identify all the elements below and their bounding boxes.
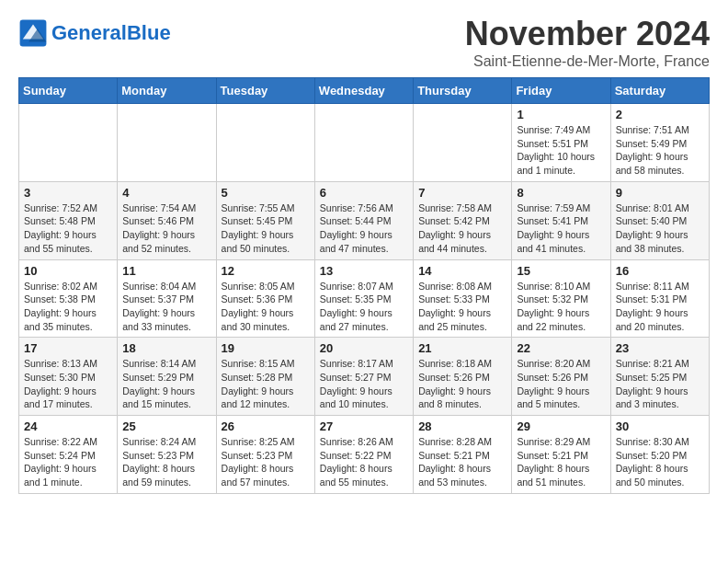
day-info: Sunrise: 8:08 AM Sunset: 5:33 PM Dayligh… xyxy=(418,280,506,334)
day-info: Sunrise: 8:11 AM Sunset: 5:31 PM Dayligh… xyxy=(616,280,704,334)
calendar-cell xyxy=(19,104,118,182)
calendar-cell: 9Sunrise: 8:01 AM Sunset: 5:40 PM Daylig… xyxy=(610,181,709,259)
day-info: Sunrise: 8:24 AM Sunset: 5:23 PM Dayligh… xyxy=(122,435,210,489)
day-number: 15 xyxy=(517,264,605,278)
day-info: Sunrise: 8:14 AM Sunset: 5:29 PM Dayligh… xyxy=(122,357,210,411)
day-info: Sunrise: 8:22 AM Sunset: 5:24 PM Dayligh… xyxy=(24,435,112,489)
calendar-cell: 21Sunrise: 8:18 AM Sunset: 5:26 PM Dayli… xyxy=(414,338,512,416)
calendar-cell: 22Sunrise: 8:20 AM Sunset: 5:26 PM Dayli… xyxy=(512,338,610,416)
weekday-header-row: Sunday Monday Tuesday Wednesday Thursday… xyxy=(19,78,710,104)
day-info: Sunrise: 8:13 AM Sunset: 5:30 PM Dayligh… xyxy=(24,357,112,411)
calendar-cell: 27Sunrise: 8:26 AM Sunset: 5:22 PM Dayli… xyxy=(314,416,413,494)
calendar-cell xyxy=(414,104,512,182)
calendar-cell: 2Sunrise: 7:51 AM Sunset: 5:49 PM Daylig… xyxy=(610,104,709,182)
calendar-cell: 15Sunrise: 8:10 AM Sunset: 5:32 PM Dayli… xyxy=(512,259,610,338)
calendar-cell: 1Sunrise: 7:49 AM Sunset: 5:51 PM Daylig… xyxy=(512,104,610,182)
day-info: Sunrise: 7:52 AM Sunset: 5:48 PM Dayligh… xyxy=(24,201,112,256)
day-info: Sunrise: 8:18 AM Sunset: 5:26 PM Dayligh… xyxy=(418,357,506,411)
day-info: Sunrise: 8:29 AM Sunset: 5:21 PM Dayligh… xyxy=(517,435,605,489)
calendar-cell: 16Sunrise: 8:11 AM Sunset: 5:31 PM Dayli… xyxy=(610,259,709,338)
logo-general: General xyxy=(51,21,127,44)
day-info: Sunrise: 8:28 AM Sunset: 5:21 PM Dayligh… xyxy=(418,435,506,489)
day-number: 24 xyxy=(24,419,112,433)
day-number: 30 xyxy=(616,419,704,433)
day-number: 5 xyxy=(222,186,310,200)
calendar-cell: 28Sunrise: 8:28 AM Sunset: 5:21 PM Dayli… xyxy=(414,416,512,494)
day-number: 19 xyxy=(222,341,310,355)
day-number: 4 xyxy=(122,186,210,200)
day-number: 17 xyxy=(24,341,112,355)
day-number: 6 xyxy=(320,186,408,200)
calendar-cell: 8Sunrise: 7:59 AM Sunset: 5:41 PM Daylig… xyxy=(512,181,610,259)
col-saturday: Saturday xyxy=(610,78,709,104)
calendar-cell xyxy=(118,104,216,182)
calendar-cell: 19Sunrise: 8:15 AM Sunset: 5:28 PM Dayli… xyxy=(216,338,314,416)
day-info: Sunrise: 8:04 AM Sunset: 5:37 PM Dayligh… xyxy=(122,280,210,334)
logo-icon xyxy=(18,18,48,48)
col-sunday: Sunday xyxy=(19,78,118,104)
day-number: 16 xyxy=(616,264,704,278)
day-info: Sunrise: 7:59 AM Sunset: 5:41 PM Dayligh… xyxy=(517,201,605,256)
day-info: Sunrise: 7:58 AM Sunset: 5:42 PM Dayligh… xyxy=(418,201,506,256)
day-number: 11 xyxy=(122,264,210,278)
day-number: 13 xyxy=(320,264,408,278)
calendar-cell: 29Sunrise: 8:29 AM Sunset: 5:21 PM Dayli… xyxy=(512,416,610,494)
day-number: 10 xyxy=(24,264,112,278)
day-info: Sunrise: 7:56 AM Sunset: 5:44 PM Dayligh… xyxy=(320,201,408,256)
day-info: Sunrise: 7:54 AM Sunset: 5:46 PM Dayligh… xyxy=(122,201,210,256)
day-number: 2 xyxy=(616,108,704,121)
calendar-cell: 26Sunrise: 8:25 AM Sunset: 5:23 PM Dayli… xyxy=(216,416,314,494)
day-number: 28 xyxy=(418,419,506,433)
calendar-cell xyxy=(216,104,314,182)
calendar-cell: 23Sunrise: 8:21 AM Sunset: 5:25 PM Dayli… xyxy=(610,338,709,416)
calendar-cell: 30Sunrise: 8:30 AM Sunset: 5:20 PM Dayli… xyxy=(610,416,709,494)
calendar-cell: 12Sunrise: 8:05 AM Sunset: 5:36 PM Dayli… xyxy=(216,259,314,338)
calendar-cell: 6Sunrise: 7:56 AM Sunset: 5:44 PM Daylig… xyxy=(314,181,413,259)
day-info: Sunrise: 7:51 AM Sunset: 5:49 PM Dayligh… xyxy=(616,123,704,178)
logo-blue: Blue xyxy=(127,21,171,44)
day-number: 20 xyxy=(320,341,408,355)
day-info: Sunrise: 8:01 AM Sunset: 5:40 PM Dayligh… xyxy=(616,201,704,256)
day-number: 7 xyxy=(418,186,506,200)
calendar-week-5: 24Sunrise: 8:22 AM Sunset: 5:24 PM Dayli… xyxy=(19,416,710,494)
calendar-week-2: 3Sunrise: 7:52 AM Sunset: 5:48 PM Daylig… xyxy=(19,181,710,259)
day-info: Sunrise: 8:05 AM Sunset: 5:36 PM Dayligh… xyxy=(222,280,310,334)
calendar-cell: 10Sunrise: 8:02 AM Sunset: 5:38 PM Dayli… xyxy=(19,259,118,338)
calendar-week-1: 1Sunrise: 7:49 AM Sunset: 5:51 PM Daylig… xyxy=(19,104,710,182)
logo: GeneralBlue xyxy=(18,18,171,48)
calendar-table: Sunday Monday Tuesday Wednesday Thursday… xyxy=(18,77,710,494)
day-number: 23 xyxy=(616,341,704,355)
calendar-cell: 5Sunrise: 7:55 AM Sunset: 5:45 PM Daylig… xyxy=(216,181,314,259)
day-number: 3 xyxy=(24,186,112,200)
calendar-cell xyxy=(314,104,413,182)
month-title: November 2024 xyxy=(465,15,710,53)
day-info: Sunrise: 8:10 AM Sunset: 5:32 PM Dayligh… xyxy=(517,280,605,334)
calendar-cell: 14Sunrise: 8:08 AM Sunset: 5:33 PM Dayli… xyxy=(414,259,512,338)
day-number: 21 xyxy=(418,341,506,355)
calendar-week-4: 17Sunrise: 8:13 AM Sunset: 5:30 PM Dayli… xyxy=(19,338,710,416)
day-info: Sunrise: 8:25 AM Sunset: 5:23 PM Dayligh… xyxy=(222,435,310,489)
day-number: 26 xyxy=(222,419,310,433)
day-number: 18 xyxy=(122,341,210,355)
calendar-cell: 11Sunrise: 8:04 AM Sunset: 5:37 PM Dayli… xyxy=(118,259,216,338)
day-number: 22 xyxy=(517,341,605,355)
calendar-cell: 20Sunrise: 8:17 AM Sunset: 5:27 PM Dayli… xyxy=(314,338,413,416)
day-info: Sunrise: 8:02 AM Sunset: 5:38 PM Dayligh… xyxy=(24,280,112,334)
calendar-cell: 17Sunrise: 8:13 AM Sunset: 5:30 PM Dayli… xyxy=(19,338,118,416)
calendar-cell: 18Sunrise: 8:14 AM Sunset: 5:29 PM Dayli… xyxy=(118,338,216,416)
location-title: Saint-Etienne-de-Mer-Morte, France xyxy=(465,53,710,70)
title-section: November 2024 Saint-Etienne-de-Mer-Morte… xyxy=(465,15,710,70)
day-number: 1 xyxy=(517,108,605,121)
day-info: Sunrise: 8:26 AM Sunset: 5:22 PM Dayligh… xyxy=(320,435,408,489)
col-tuesday: Tuesday xyxy=(216,78,314,104)
day-info: Sunrise: 8:21 AM Sunset: 5:25 PM Dayligh… xyxy=(616,357,704,411)
calendar-week-3: 10Sunrise: 8:02 AM Sunset: 5:38 PM Dayli… xyxy=(19,259,710,338)
day-number: 27 xyxy=(320,419,408,433)
day-info: Sunrise: 8:20 AM Sunset: 5:26 PM Dayligh… xyxy=(517,357,605,411)
calendar-cell: 7Sunrise: 7:58 AM Sunset: 5:42 PM Daylig… xyxy=(414,181,512,259)
day-number: 25 xyxy=(122,419,210,433)
day-number: 29 xyxy=(517,419,605,433)
day-info: Sunrise: 8:17 AM Sunset: 5:27 PM Dayligh… xyxy=(320,357,408,411)
col-friday: Friday xyxy=(512,78,610,104)
logo-text: GeneralBlue xyxy=(51,22,171,44)
